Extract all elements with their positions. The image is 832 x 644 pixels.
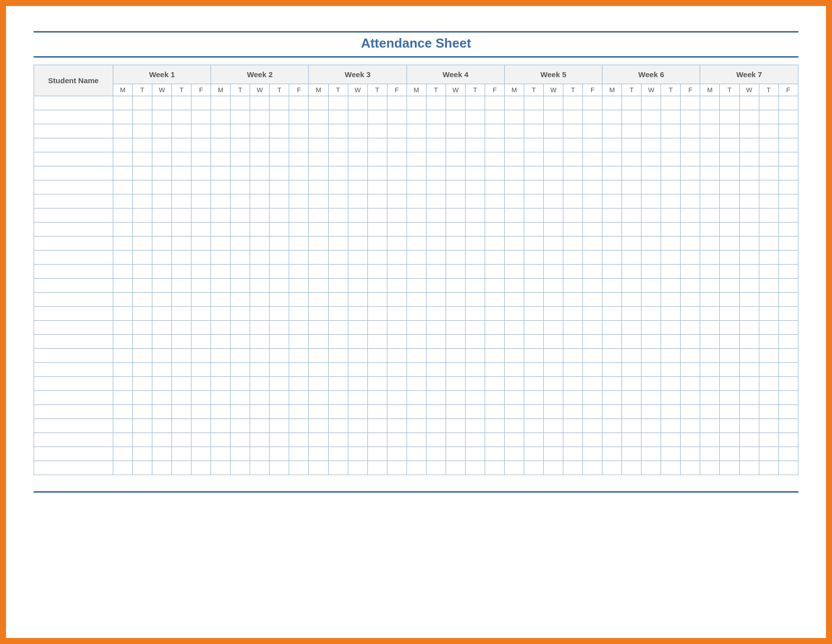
cell-attendance[interactable] — [367, 265, 387, 279]
cell-attendance[interactable] — [524, 194, 543, 208]
cell-attendance[interactable] — [133, 265, 152, 279]
cell-attendance[interactable] — [387, 237, 406, 251]
cell-attendance[interactable] — [485, 166, 504, 180]
cell-attendance[interactable] — [406, 110, 426, 124]
cell-attendance[interactable] — [700, 166, 720, 180]
cell-attendance[interactable] — [642, 237, 661, 251]
cell-attendance[interactable] — [583, 405, 602, 419]
cell-attendance[interactable] — [133, 180, 152, 194]
cell-attendance[interactable] — [759, 166, 778, 180]
cell-attendance[interactable] — [720, 110, 739, 124]
cell-attendance[interactable] — [778, 194, 798, 208]
cell-attendance[interactable] — [485, 265, 504, 279]
cell-attendance[interactable] — [720, 237, 739, 251]
cell-attendance[interactable] — [524, 138, 543, 152]
cell-attendance[interactable] — [270, 321, 289, 335]
cell-attendance[interactable] — [309, 307, 328, 321]
cell-attendance[interactable] — [231, 307, 250, 321]
cell-attendance[interactable] — [328, 405, 348, 419]
cell-attendance[interactable] — [622, 208, 642, 223]
cell-attendance[interactable] — [720, 321, 739, 335]
cell-attendance[interactable] — [583, 293, 602, 307]
cell-attendance[interactable] — [681, 461, 700, 475]
cell-attendance[interactable] — [152, 138, 172, 152]
cell-student-name[interactable] — [34, 391, 113, 405]
cell-attendance[interactable] — [446, 166, 465, 180]
cell-attendance[interactable] — [485, 237, 504, 251]
cell-attendance[interactable] — [309, 447, 328, 461]
cell-attendance[interactable] — [681, 405, 700, 419]
cell-attendance[interactable] — [700, 237, 720, 251]
cell-student-name[interactable] — [34, 405, 113, 419]
cell-attendance[interactable] — [367, 279, 387, 293]
cell-attendance[interactable] — [642, 223, 661, 237]
cell-attendance[interactable] — [211, 321, 231, 335]
cell-attendance[interactable] — [583, 110, 602, 124]
cell-attendance[interactable] — [602, 377, 622, 391]
cell-attendance[interactable] — [700, 194, 720, 208]
cell-attendance[interactable] — [642, 152, 661, 166]
cell-attendance[interactable] — [720, 293, 739, 307]
cell-attendance[interactable] — [661, 138, 681, 152]
cell-attendance[interactable] — [172, 391, 191, 405]
cell-attendance[interactable] — [152, 223, 172, 237]
cell-attendance[interactable] — [152, 419, 172, 433]
cell-attendance[interactable] — [524, 391, 543, 405]
cell-student-name[interactable] — [34, 166, 113, 180]
cell-attendance[interactable] — [133, 208, 152, 223]
cell-attendance[interactable] — [446, 321, 465, 335]
cell-attendance[interactable] — [250, 152, 270, 166]
cell-attendance[interactable] — [446, 419, 465, 433]
cell-attendance[interactable] — [250, 405, 270, 419]
cell-attendance[interactable] — [387, 349, 406, 363]
cell-attendance[interactable] — [328, 223, 348, 237]
cell-attendance[interactable] — [152, 433, 172, 447]
cell-attendance[interactable] — [328, 279, 348, 293]
cell-attendance[interactable] — [485, 391, 504, 405]
cell-attendance[interactable] — [739, 96, 759, 110]
cell-attendance[interactable] — [661, 279, 681, 293]
cell-attendance[interactable] — [152, 152, 172, 166]
cell-attendance[interactable] — [387, 208, 406, 223]
cell-attendance[interactable] — [642, 293, 661, 307]
cell-attendance[interactable] — [700, 335, 720, 349]
cell-attendance[interactable] — [270, 377, 289, 391]
cell-attendance[interactable] — [622, 194, 642, 208]
cell-attendance[interactable] — [563, 152, 583, 166]
cell-student-name[interactable] — [34, 377, 113, 391]
cell-attendance[interactable] — [661, 419, 681, 433]
cell-attendance[interactable] — [289, 405, 309, 419]
cell-attendance[interactable] — [642, 208, 661, 223]
cell-attendance[interactable] — [231, 152, 250, 166]
cell-attendance[interactable] — [133, 251, 152, 265]
cell-attendance[interactable] — [387, 279, 406, 293]
cell-attendance[interactable] — [367, 461, 387, 475]
cell-attendance[interactable] — [544, 363, 563, 377]
cell-attendance[interactable] — [622, 405, 642, 419]
cell-attendance[interactable] — [504, 180, 524, 194]
cell-attendance[interactable] — [661, 307, 681, 321]
cell-attendance[interactable] — [289, 391, 309, 405]
cell-attendance[interactable] — [406, 433, 426, 447]
cell-attendance[interactable] — [642, 461, 661, 475]
cell-attendance[interactable] — [720, 419, 739, 433]
cell-attendance[interactable] — [524, 124, 543, 138]
cell-attendance[interactable] — [778, 152, 798, 166]
cell-attendance[interactable] — [367, 335, 387, 349]
cell-attendance[interactable] — [426, 419, 446, 433]
cell-attendance[interactable] — [700, 293, 720, 307]
cell-attendance[interactable] — [152, 96, 172, 110]
cell-attendance[interactable] — [778, 110, 798, 124]
cell-attendance[interactable] — [465, 223, 485, 237]
cell-attendance[interactable] — [681, 110, 700, 124]
cell-attendance[interactable] — [504, 419, 524, 433]
cell-attendance[interactable] — [387, 321, 406, 335]
cell-attendance[interactable] — [739, 377, 759, 391]
cell-attendance[interactable] — [778, 377, 798, 391]
cell-attendance[interactable] — [270, 349, 289, 363]
cell-attendance[interactable] — [602, 461, 622, 475]
cell-attendance[interactable] — [113, 335, 133, 349]
cell-attendance[interactable] — [113, 180, 133, 194]
cell-attendance[interactable] — [250, 138, 270, 152]
cell-attendance[interactable] — [504, 461, 524, 475]
